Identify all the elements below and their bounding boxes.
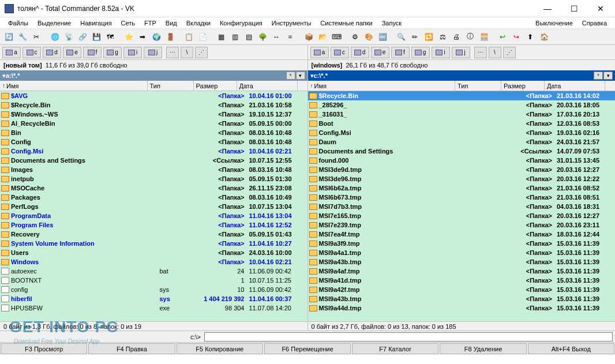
path-hist-icon[interactable]: ▾	[603, 72, 613, 80]
path-bar[interactable]: ▾ c:\*.* *▾	[308, 70, 616, 81]
hdr-size[interactable]: Размер	[501, 81, 545, 91]
drive-c[interactable]: c	[331, 47, 349, 58]
tb-arrow-icon[interactable]: ➡	[136, 31, 149, 43]
file-row[interactable]: Config.Msi <Папка> 10.04.16 02:21	[0, 147, 308, 156]
file-row[interactable]: Documents and Settings <Ссылка> 14.07.09…	[308, 147, 616, 156]
fkey-button[interactable]: F6 Перемещение	[264, 343, 351, 354]
path-bar[interactable]: ▾ a:\*.* *▾	[0, 70, 308, 81]
file-row[interactable]: PerfLogs <Папка> 10.07.15 13:04	[0, 202, 308, 211]
tb-exit-icon[interactable]: 🚪	[164, 31, 177, 43]
tb-cfg2-icon[interactable]: 🎨	[362, 31, 375, 43]
tb-print-icon[interactable]: 🖨	[450, 31, 463, 43]
tb-equal-icon[interactable]: =	[284, 31, 297, 43]
drive-e[interactable]: e	[371, 47, 389, 58]
file-row[interactable]: Program Files <Папка> 11.04.16 12:52	[0, 220, 308, 230]
drive-j[interactable]: j	[452, 47, 470, 58]
file-row[interactable]: MSI7ea4f.tmp <Папка> 18.03.16 12:44	[308, 230, 616, 239]
drive-g[interactable]: g	[103, 47, 122, 58]
drive-c[interactable]: c	[22, 47, 41, 58]
drive-extra[interactable]: ⋰	[195, 47, 208, 58]
drive-f[interactable]: f	[391, 47, 410, 58]
tb-search-icon[interactable]: 🔍	[395, 31, 407, 43]
tb-calc-icon[interactable]: 🧮	[478, 31, 490, 43]
tb-cfg1-icon[interactable]: ⚙	[348, 31, 361, 43]
file-row[interactable]: Bin <Папка> 08.03.16 10:48	[0, 128, 308, 137]
file-row[interactable]: AI_RecycleBin <Папка> 05.09.15 00:00	[0, 119, 308, 128]
tb-cfg3-icon[interactable]: 🔤	[376, 31, 389, 43]
file-row[interactable]: Config.Msi <Папка> 19.03.16 02:16	[308, 128, 616, 137]
file-row[interactable]: $Recycle.Bin <Папка> 21.03.16 10:58	[0, 100, 308, 110]
menu-Запуск[interactable]: Запуск	[377, 18, 406, 28]
tb-up-icon[interactable]: ⬆	[524, 31, 537, 43]
file-row[interactable]: Boot <Папка> 12.03.16 08:53	[308, 119, 616, 128]
file-row[interactable]: Packages <Папка> 08.03.16 10:49	[0, 193, 308, 202]
menu-Выделение[interactable]: Выделение	[33, 18, 76, 28]
file-row[interactable]: MSI9a4a1.tmp <Папка> 15.03.16 11:39	[308, 248, 616, 257]
file-row[interactable]: MSI7d7b3.tmp <Папка> 04.03.16 18:31	[308, 202, 616, 211]
tb-home-icon[interactable]: 🏠	[538, 31, 550, 43]
file-row[interactable]: Documents and Settings <Ссылка> 10.07.15…	[0, 156, 308, 165]
drive-f[interactable]: f	[83, 47, 102, 58]
cmd-input[interactable]	[204, 332, 613, 342]
file-row[interactable]: Images <Папка> 08.03.16 10:48	[0, 165, 308, 174]
file-row[interactable]: Users <Папка> 24.03.16 10:00	[0, 248, 308, 257]
file-row[interactable]: found.000 <Папка> 31.01.15 13:45	[308, 156, 616, 165]
tb-view2-icon[interactable]: ▥	[228, 31, 241, 43]
close-button[interactable]: ✕	[587, 0, 614, 17]
drive-a[interactable]: a	[310, 47, 329, 58]
menu-Конфигурация[interactable]: Конфигурация	[215, 18, 267, 28]
drive-e[interactable]: e	[63, 47, 81, 58]
drive-extra[interactable]: \	[181, 47, 193, 58]
file-row[interactable]: config sys 10 11.06.09 00:42	[0, 285, 308, 294]
tb-link-icon[interactable]: 🔗	[76, 31, 89, 43]
path-fav-icon[interactable]: *	[286, 72, 295, 80]
file-row[interactable]: Recovery <Папка> 05.09.15 01:43	[0, 230, 308, 239]
file-row[interactable]: $AVG <Папка> 10.04.16 01:00	[0, 91, 308, 100]
hdr-type[interactable]: Тип	[455, 81, 501, 91]
tb-fwd-icon[interactable]: ↪	[510, 31, 523, 43]
file-row[interactable]: Windows <Папка> 10.04.16 02:21	[0, 257, 308, 267]
tb-extract-icon[interactable]: 📂	[316, 31, 329, 43]
file-row[interactable]: autoexec bat 24 11.06.09 00:42	[0, 267, 308, 276]
tb-star-icon[interactable]: ⭐	[122, 31, 135, 43]
file-row[interactable]: MSI7e239.tmp <Папка> 20.03.16 23:11	[308, 220, 616, 230]
file-row[interactable]: MSI3de96.tmp <Папка> 20.03.16 12:22	[308, 174, 616, 183]
file-row[interactable]: $Windows.~WS <Папка> 19.10.15 12:37	[0, 110, 308, 119]
file-row[interactable]: MSI6b673.tmp <Папка> 21.03.16 08:51	[308, 193, 616, 202]
file-row[interactable]: _285296_ <Папка> 20.03.16 18:05	[308, 100, 616, 110]
tb-tool-icon[interactable]: 🔧	[16, 31, 29, 43]
menu-Сеть[interactable]: Сеть	[117, 18, 140, 28]
fkey-button[interactable]: F7 Каталог	[352, 343, 438, 354]
drive-a[interactable]: a	[2, 47, 21, 58]
file-list[interactable]: $Recycle.Bin <Папка> 21.03.16 14:02 _285…	[308, 91, 616, 321]
tb-back-icon[interactable]: ↩	[496, 31, 509, 43]
menu-Файлы[interactable]: Файлы	[3, 18, 33, 28]
file-row[interactable]: MSOCache <Папка> 26.11.15 23:08	[0, 183, 308, 193]
menu-Выключение[interactable]: Выключение	[531, 18, 578, 28]
file-row[interactable]: ProgramData <Папка> 11.04.16 13:04	[0, 211, 308, 220]
drive-extra[interactable]: ⋯	[166, 47, 179, 58]
menu-Вид[interactable]: Вид	[161, 18, 182, 28]
tb-scissors-icon[interactable]: ✂	[30, 31, 43, 43]
tb-rename-icon[interactable]: ✏	[408, 31, 421, 43]
file-row[interactable]: MSI9a4af.tmp <Папка> 15.03.16 11:39	[308, 267, 616, 276]
path-fav-icon[interactable]: *	[594, 72, 603, 80]
menu-Системные папки[interactable]: Системные папки	[316, 18, 377, 28]
drive-i[interactable]: i	[432, 47, 450, 58]
file-row[interactable]: _316031_ <Папка> 17.03.16 20:13	[308, 110, 616, 119]
file-row[interactable]: $Recycle.Bin <Папка> 21.03.16 14:02	[308, 91, 616, 100]
drive-extra[interactable]: \	[489, 47, 501, 58]
tb-view1-icon[interactable]: ▦	[215, 31, 227, 43]
file-row[interactable]: MSI7e165.tmp <Папка> 20.03.16 12:27	[308, 211, 616, 220]
tb-sync-icon[interactable]: 🔁	[422, 31, 435, 43]
fkey-button[interactable]: F4 Правка	[88, 343, 175, 354]
tb-view3-icon[interactable]: ▤	[242, 31, 255, 43]
tb-paste-icon[interactable]: 📄	[196, 31, 209, 43]
drive-extra[interactable]: ⋰	[503, 47, 516, 58]
menu-FTP[interactable]: FTP	[140, 18, 161, 28]
file-row[interactable]: MSI6b62a.tmp <Папка> 21.03.16 08:52	[308, 183, 616, 193]
drive-g[interactable]: g	[411, 47, 430, 58]
file-row[interactable]: MSI9a3f9.tmp <Папка> 15.03.16 11:39	[308, 239, 616, 248]
fkey-button[interactable]: F3 Просмотр	[1, 343, 87, 354]
fkey-button[interactable]: F8 Удаление	[440, 343, 526, 354]
